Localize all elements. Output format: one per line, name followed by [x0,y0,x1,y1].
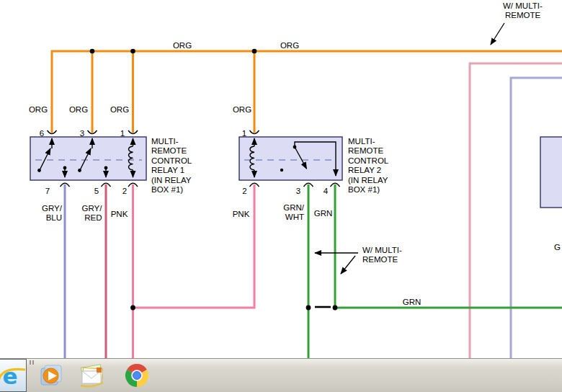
wire-label: RED [84,213,102,222]
wire-label: ORG [69,105,88,114]
wire-label: GRY/ [82,204,103,213]
pink-option-wires [470,63,562,358]
pin-number: 7 [45,187,50,195]
svg-text:e: e [2,364,17,388]
grn-wires [308,184,562,358]
relay1-label: MULTI- REMOTE CONTROL RELAY 1 (IN RELAY … [151,137,192,194]
pin-number: 6 [40,129,44,138]
relay2-label-line: CONTROL [348,156,389,165]
wire-label-partial: G [554,243,561,251]
pin-number: 2 [242,187,246,195]
pin-number: 1 [120,129,125,138]
junction-dot [90,49,95,54]
relay2-label-line: (IN RELAY [348,176,388,184]
annotation-line: W/ MULTI- [503,1,543,10]
pink-option-wire [470,63,562,358]
mail-icon [77,362,106,389]
wire-label: ORG [29,105,48,114]
quick-launch-grip[interactable] [32,360,34,365]
wire-label: ORG [233,105,251,114]
pin-number: 1 [242,129,246,138]
junction-dot [306,306,311,311]
relay2-label-line: RELAY 2 [348,166,381,174]
annotation-line: REMOTE [362,255,398,264]
wire-label: GRN [403,298,422,306]
wire-label: ORG [280,41,299,50]
wire-color-labels: GRY/ BLU GRY/ RED PNK PNK GRN/ WHT GRN G… [42,203,561,306]
wire-label: PNK [111,210,128,218]
partial-relay-box [540,137,562,208]
pin-number: 3 [80,129,84,138]
relay1-box [30,137,146,180]
wire-label: BLU [46,213,62,222]
quick-launch-grip[interactable] [30,360,31,365]
junction-dot [130,49,135,54]
taskbar-button-mail[interactable] [77,362,106,392]
internet-explorer-icon: e [0,364,27,388]
relay1-label-line: RELAY 1 [151,166,184,174]
pin-number: 3 [296,187,300,195]
relay1-label-line: (IN RELAY [151,176,192,184]
relay1-label-line: REMOTE [151,146,187,155]
relay1-label-line: MULTI- [151,137,179,146]
windows-media-player-icon [37,362,64,389]
wire-label: GRY/ [42,204,63,213]
relay2-label-line: MULTI- [348,137,375,146]
relay2-label-line: REMOTE [348,146,384,155]
violet-option-wire [511,78,562,358]
junction-dot [252,49,257,54]
wire-label: ORG [173,41,192,50]
taskbar: e [0,358,562,392]
wiring-diagram: ORG ORG ORG ORG ORG ORG 6 3 1 7 5 2 1 2 … [0,0,562,358]
pnk-branch-wire [133,184,255,308]
wire-label: PNK [233,210,250,218]
wire-label: ORG [110,105,129,114]
relay2-label-line: BOX #1) [348,185,380,194]
wire-label: GRN/ [283,203,305,212]
annotation-texts: W/ MULTI- REMOTE W/ MULTI- REMOTE [362,1,543,264]
annotation-line: W/ MULTI- [362,246,402,254]
pin-number: 4 [324,187,329,195]
pin-number: 5 [94,187,99,195]
taskbar-button-internet-explorer[interactable]: e [0,359,27,392]
relay2-label: MULTI- REMOTE CONTROL RELAY 2 (IN RELAY … [348,137,389,194]
relay1-label-line: CONTROL [151,156,192,165]
annotation-arrows [315,23,504,274]
violet-option-wires [511,78,562,358]
taskbar-button-chrome[interactable] [122,361,151,392]
wire-label: WHT [285,213,304,221]
junction-dot [333,306,338,311]
annotation-line: REMOTE [505,11,541,19]
taskbar-button-windows-media-player[interactable] [37,362,64,392]
relay1-label-line: BOX #1) [151,185,183,194]
chrome-icon [122,361,151,390]
junction-dot [130,306,135,311]
desktop-screen: { "diagram": { "colors": { "org": "#f28d… [0,0,562,392]
pin-number: 2 [122,187,127,195]
wire-label: GRN [314,209,333,218]
